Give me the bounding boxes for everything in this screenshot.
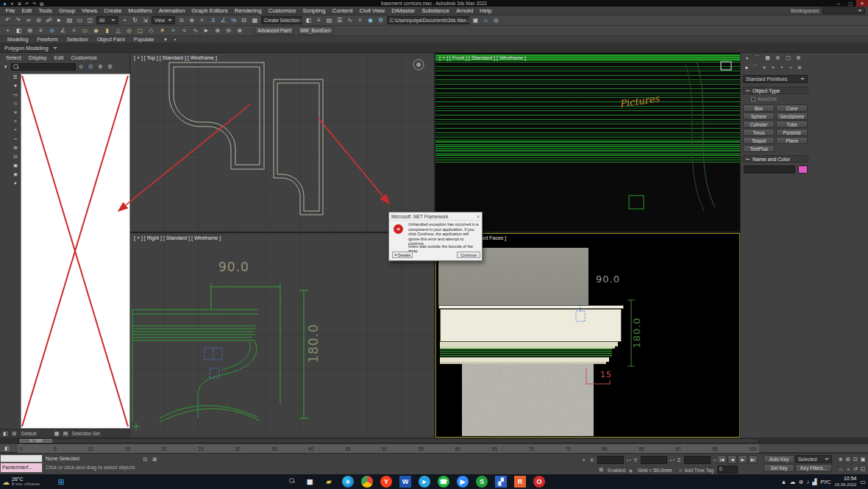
select-object-icon[interactable]: ► xyxy=(54,16,64,25)
render-production-icon[interactable]: ♨ xyxy=(481,16,491,25)
render-iterative-icon[interactable]: ◎ xyxy=(491,16,501,25)
mw-bordgen-button[interactable]: MW_BordGen xyxy=(298,26,333,35)
snap-toggle-icon[interactable]: 3 xyxy=(208,16,218,25)
rendered-frame-window-icon[interactable]: ▣ xyxy=(471,16,480,25)
menu-item[interactable]: Arnold xyxy=(452,7,476,14)
ribbon-tab[interactable]: Modeling xyxy=(3,36,32,43)
menu-item[interactable]: Views xyxy=(79,7,101,14)
maximize-viewport-toggle-icon[interactable]: ◱ xyxy=(859,465,867,474)
pan-icon[interactable]: + xyxy=(844,465,852,474)
primitive-button[interactable]: Plane xyxy=(776,137,808,144)
primitive-button[interactable]: Teapot xyxy=(743,137,775,144)
lights-toggle-icon[interactable]: ☀ xyxy=(12,109,19,115)
systems-category-icon[interactable]: ⊛ xyxy=(796,64,803,71)
zoom-icon[interactable]: ⊕ xyxy=(837,455,844,464)
window-crossing-toggle-icon[interactable]: ◫ xyxy=(85,16,95,25)
undo-icon[interactable]: ↶ xyxy=(3,16,13,25)
menu-item[interactable]: Substance xyxy=(419,7,453,14)
file-explorer-icon[interactable]: ▰ xyxy=(323,476,335,488)
select-and-link-icon[interactable]: ∞ xyxy=(24,16,33,25)
enabled-indicator-icon[interactable]: ◉ xyxy=(629,468,633,473)
primitive-button[interactable]: Torus xyxy=(743,129,775,136)
menu-item[interactable]: Create xyxy=(101,7,125,14)
primitive-button[interactable]: Cone xyxy=(776,104,808,112)
current-frame-field[interactable]: 0 xyxy=(717,465,738,474)
key-mode-dropdown[interactable]: Selected xyxy=(795,455,832,463)
telegram-icon[interactable]: ► xyxy=(419,476,430,488)
ribbon-minimize-icon[interactable]: ▾ xyxy=(161,36,169,43)
geometry-toggle-icon[interactable]: ▭ xyxy=(12,91,19,98)
camera-tool-icon[interactable]: ⌖ xyxy=(168,26,178,35)
explorer-settings-icon[interactable]: ⚙ xyxy=(96,63,104,71)
menu-item[interactable]: Modifiers xyxy=(125,7,155,14)
viewport-top-label[interactable]: [ + ] [ Top ] [ Standard ] [ Wireframe ] xyxy=(134,55,217,60)
project-folder-dropdown[interactable]: C:\Users\polya\Documents\3ds Max 2022 xyxy=(387,16,469,24)
task-view-icon[interactable]: ▦ xyxy=(304,476,316,488)
add-time-tag[interactable]: Add Time Tag xyxy=(684,468,714,473)
menu-item[interactable]: Edit xyxy=(18,7,35,14)
lights-category-icon[interactable]: ☀ xyxy=(761,64,768,71)
sber-icon[interactable]: S xyxy=(476,476,488,488)
containers-toggle-icon[interactable]: ▣ xyxy=(12,162,19,168)
edge-icon[interactable]: e xyxy=(342,476,354,488)
align-icon[interactable]: ≡ xyxy=(314,16,324,25)
opera-icon[interactable]: O xyxy=(533,476,545,488)
volume-icon[interactable]: ♪ xyxy=(806,479,809,485)
grid-toggle-icon[interactable]: ⊞ xyxy=(597,466,605,474)
schematic-view-icon[interactable]: ⌗ xyxy=(355,16,365,25)
sort-icon[interactable]: ☰ xyxy=(12,74,19,80)
object-color-swatch[interactable] xyxy=(798,165,808,174)
spacewarp-tool-icon[interactable]: ≈ xyxy=(179,26,189,35)
selection-lock-icon[interactable]: ⊠ xyxy=(151,456,159,463)
scene-explorer-list[interactable] xyxy=(21,74,130,429)
time-slider-handle[interactable]: 0 / 100 xyxy=(20,439,52,443)
angle-tool-icon[interactable]: ∠ xyxy=(58,26,68,35)
explorer-add-icon[interactable]: ⊞ xyxy=(10,430,18,438)
angle-snap-icon[interactable]: ∠ xyxy=(218,16,228,25)
shapes-category-icon[interactable]: ⌒ xyxy=(752,64,759,71)
menu-item[interactable]: Civil View xyxy=(356,7,388,14)
word-icon[interactable]: W xyxy=(399,476,411,488)
viewport-perspective[interactable]: 90.0 180.0 15 ] [ Flat Color + Edged Fac… xyxy=(435,233,740,438)
space-warps-category-icon[interactable]: ≈ xyxy=(787,64,794,71)
viewport-right-label[interactable]: [ + ] [ Right ] [ Standard ] [ Wireframe… xyxy=(134,235,221,240)
select-by-name-icon[interactable]: ▤ xyxy=(65,16,74,25)
viewport-top[interactable]: [ + ] [ Top ] [ Standard ] [ Wireframe ] xyxy=(130,53,434,232)
time-slider-track[interactable]: 0 / 100 xyxy=(18,438,759,443)
onedrive-icon[interactable]: ☁ xyxy=(790,479,796,485)
mirror-tool-icon[interactable]: ◧ xyxy=(14,26,24,35)
details-button[interactable]: Details xyxy=(392,251,413,258)
selection-filter-dropdown[interactable]: All xyxy=(96,16,118,24)
field-of-view-icon[interactable]: ⌓ xyxy=(837,465,844,474)
primitive-button[interactable]: GeoSphere xyxy=(776,113,808,120)
ribbon-tab[interactable]: Freeform xyxy=(32,36,62,43)
autogrid-checkbox[interactable] xyxy=(751,97,755,101)
menu-item[interactable]: Help xyxy=(477,7,495,14)
menu-item[interactable]: Group xyxy=(55,7,78,14)
torus-tool-icon[interactable]: ◎ xyxy=(124,26,134,35)
bones-toggle-icon[interactable]: ● xyxy=(12,179,19,186)
shapes-toggle-icon[interactable]: ◇ xyxy=(12,100,19,107)
menu-item[interactable]: Scripting xyxy=(299,7,329,14)
language-indicator[interactable]: РУС xyxy=(820,479,830,485)
snaps-tool-icon[interactable]: ⊙ xyxy=(47,26,57,35)
mini-curve-editor-icon[interactable]: ◧ xyxy=(3,445,11,452)
menu-item[interactable]: File xyxy=(2,7,18,14)
primitive-button[interactable]: Box xyxy=(743,104,775,112)
x-coordinate-field[interactable] xyxy=(597,456,624,464)
y-spinner[interactable]: ▲▼ xyxy=(669,459,675,461)
viewport-right[interactable]: [ + ] [ Right ] [ Standard ] [ Wireframe… xyxy=(130,233,434,438)
keyboard-override-icon[interactable]: ⌗ xyxy=(197,16,207,25)
network-icon[interactable]: ▟ xyxy=(812,479,817,485)
align-tool-icon[interactable]: ≡ xyxy=(36,26,46,35)
track-bar-ruler[interactable]: 0510152025303540455055606570758085909510… xyxy=(18,444,759,453)
menu-item[interactable]: Animation xyxy=(155,7,188,14)
primitives-category-dropdown[interactable]: Standard Primitives xyxy=(743,75,808,83)
advanced-paint-button[interactable]: Advanced Paint xyxy=(255,26,294,35)
menu-item[interactable]: Rendering xyxy=(231,7,265,14)
maxscript-listener-pink[interactable]: PainterInterf... xyxy=(0,463,43,473)
dialog-title-bar[interactable]: Microsoft .NET Framework × xyxy=(389,213,482,221)
ribbon-tab[interactable]: Object Paint xyxy=(93,36,129,43)
name-and-color-rollout[interactable]: Name and Color xyxy=(742,155,808,163)
named-selection-sets-icon[interactable]: ▦ xyxy=(250,16,260,25)
